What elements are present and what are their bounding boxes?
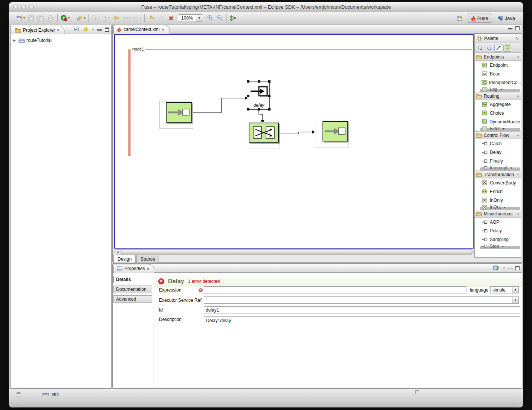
new-wizard-dropdown[interactable]: ▾ [23,16,25,20]
collapse-section-icon[interactable]: « [517,172,519,177]
container-tool-button[interactable] [503,44,511,52]
maximize-editor-icon[interactable] [515,26,520,30]
executor-combo[interactable]: ▼ [204,296,519,304]
palette-item-intercept[interactable]: Intercept ▾ [475,165,521,170]
forward-dropdown[interactable]: ▾ [140,16,141,20]
palette-header[interactable]: Palette ▷ [475,34,521,43]
run-button[interactable]: ▾ [60,14,70,23]
palette-item-inout[interactable]: InOut ▾ [475,204,521,210]
project-explorer-tab[interactable]: Project Explorer × [12,26,64,34]
connection-tool-button[interactable] [494,44,502,52]
previous-annotation-dropdown[interactable]: ▾ [108,16,110,20]
collapse-all-icon[interactable] [74,27,79,32]
palette-section-miscellaneous[interactable]: Miscellaneous « [475,210,521,218]
search-button[interactable]: ▾ [75,14,86,23]
print-button[interactable] [46,14,55,23]
view-menu-icon[interactable]: ▽ [92,28,94,31]
search-dropdown[interactable]: ▾ [84,16,85,20]
perspective-java-button[interactable]: J Java [494,14,518,23]
properties-tab[interactable]: Properties × [113,264,154,273]
undo-button[interactable] [147,14,156,23]
palette-item-aop[interactable]: AOP [475,218,521,226]
zoom-out-button[interactable] [215,14,224,23]
collapse-section-icon[interactable]: « [517,55,519,59]
back-dropdown[interactable]: ▾ [129,16,130,20]
id-input[interactable] [204,306,520,313]
palette-item-convertbody[interactable]: ConvertBody [475,178,521,187]
canvas-horizontal-scrollbar[interactable]: ◄ [114,249,474,255]
selection-handle[interactable] [247,108,249,111]
select-tool-button[interactable] [476,44,484,52]
palette-item-stop[interactable]: Stop ▾ [475,244,521,249]
delay-node[interactable]: delay [248,81,270,110]
palette-section-transformation[interactable]: Transformation « [475,170,521,178]
last-edit-location-button[interactable]: * [111,14,120,23]
next-annotation-dropdown[interactable]: ▾ [98,16,99,20]
scroll-down-icon[interactable]: ▾ [511,166,512,170]
exchange-node[interactable] [249,123,279,143]
expand-arrow-icon[interactable]: ▶ [13,38,17,42]
close-icon[interactable]: × [147,266,149,271]
selection-handle[interactable] [247,95,249,97]
scroll-down-icon[interactable]: ▾ [502,245,504,248]
fast-view-icon[interactable] [16,391,21,397]
expression-input[interactable] [204,286,466,293]
collapse-section-icon[interactable]: « [517,133,519,137]
save-all-button[interactable] [36,14,45,23]
selection-handle[interactable] [268,80,271,83]
previous-annotation-button[interactable]: ▾ [101,14,110,23]
view-menu-icon[interactable]: ▽ [503,266,505,270]
tab-advanced[interactable]: Advanced [113,295,152,303]
palette-item-aggregate[interactable]: Aggregate [475,100,521,109]
route-editor-button[interactable] [229,14,238,23]
palette-item-filter[interactable]: Filter ▾ [475,126,521,131]
minimize-editor-icon[interactable] [508,28,512,29]
scroll-down-icon[interactable]: ▾ [503,127,504,131]
endpoint-start-node[interactable] [166,102,192,123]
palette-item-endpoint[interactable]: Endpoint [475,61,521,69]
palette-item-sampling[interactable]: Sampling [475,235,521,244]
selection-handle[interactable] [258,108,260,111]
tab-source[interactable]: Source [136,255,159,263]
selection-handle[interactable] [268,108,271,111]
link-with-editor-icon[interactable] [83,27,89,32]
palette-item-finally[interactable]: Finally [475,157,521,165]
new-wizard-button[interactable]: ▾ [15,14,26,23]
palette-item-idempotentconsumer[interactable]: IdempotentCo... [475,78,521,87]
selection-handle[interactable] [258,80,260,83]
endpoint-end-node[interactable] [323,121,348,141]
zoom-level-combo[interactable]: 100% ▾ [178,14,203,22]
perspective-fuse-button[interactable]: Fuse [467,14,492,23]
scroll-down-icon[interactable]: ▾ [500,88,502,91]
close-icon[interactable]: × [162,27,164,32]
forward-button[interactable]: ▾ [132,14,142,23]
palette-section-control-flow[interactable]: Control Flow « [475,131,521,139]
tree-item-routeTutorial[interactable]: ▶ routeTutorial [13,37,111,44]
selection-handle[interactable] [268,95,271,97]
palette-pin-icon[interactable]: ▷ [516,36,519,40]
run-dropdown[interactable]: ▾ [68,16,70,20]
maximize-view-icon[interactable] [515,266,520,270]
palette-section-endpoints[interactable]: Endpoints « [475,53,521,61]
marquee-tool-button[interactable] [485,44,493,52]
palette-item-log[interactable]: Log ▾ [475,87,521,92]
pin-properties-icon[interactable] [493,265,500,270]
zoom-in-button[interactable] [205,14,214,23]
palette-item-dynamicrouter[interactable]: DynamicRouter [475,117,521,126]
minimize-view-icon[interactable] [97,29,102,31]
scrollbar-thumb[interactable] [121,250,472,254]
open-perspective-button[interactable] [456,14,465,23]
zoom-level-dropdown[interactable]: ▾ [196,15,203,21]
tab-documentation[interactable]: Documentation [113,286,152,293]
redo-button[interactable] [157,14,166,23]
palette-item-delay[interactable]: Delay [475,148,521,157]
palette-item-choice[interactable]: Choice [475,109,521,117]
palette-section-routing[interactable]: Routing « [475,92,521,100]
back-button[interactable]: ▾ [121,14,131,23]
route-canvas[interactable]: route1 [114,34,474,249]
next-annotation-button[interactable]: ▾ [91,14,100,23]
scroll-left-icon[interactable]: ◄ [115,250,121,254]
palette-item-enrich[interactable]: Enrich [475,187,521,196]
chevron-down-icon[interactable]: ▼ [512,297,518,303]
language-combo[interactable]: simple ▼ [490,286,519,293]
